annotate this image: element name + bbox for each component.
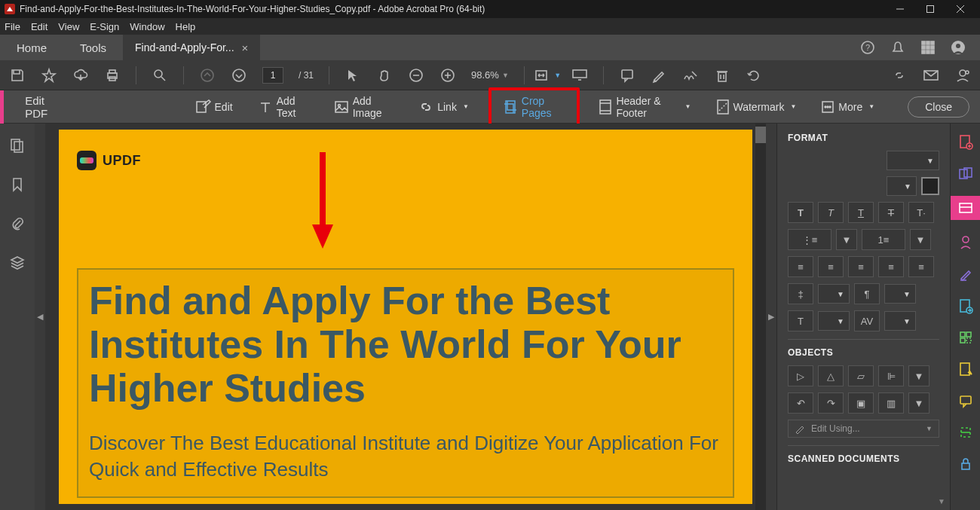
flip-horizontal-button[interactable]: ▷ (788, 365, 813, 386)
organize-pages-tool-icon[interactable] (957, 328, 975, 347)
rotate-left-button[interactable]: ↶ (788, 392, 813, 414)
align-left-button[interactable]: ≡ (788, 256, 813, 277)
close-window-button[interactable] (945, 0, 975, 18)
request-signatures-tool-icon[interactable] (957, 234, 975, 252)
menu-window[interactable]: Window (130, 21, 164, 32)
tab-document[interactable]: Find-and-Apply-For... × (123, 35, 260, 60)
edit-using-button[interactable]: Edit Using... ▼ (788, 420, 939, 438)
underline-button[interactable]: T (848, 202, 874, 223)
select-tool-icon[interactable] (345, 67, 361, 84)
flip-vertical-button[interactable]: △ (818, 365, 844, 386)
italic-button[interactable]: T (818, 202, 844, 223)
zoom-in-icon[interactable] (439, 67, 456, 84)
prev-page-arrow[interactable]: ◀ (35, 124, 45, 510)
crop-pages-button[interactable]: Crop Pages (498, 92, 571, 122)
line-spacing-button[interactable]: ‡ (788, 283, 813, 304)
save-icon[interactable] (9, 67, 26, 84)
bookmarks-icon[interactable] (9, 176, 26, 193)
font-color-swatch[interactable] (921, 177, 939, 195)
delete-icon[interactable] (714, 67, 730, 84)
bell-icon[interactable] (890, 39, 906, 56)
comment-icon[interactable] (619, 67, 635, 84)
thumbnails-icon[interactable] (9, 137, 26, 154)
letter-spacing-button[interactable]: AV (854, 310, 880, 331)
edit-button[interactable]: Edit (189, 97, 239, 117)
horizontal-scale-select[interactable]: ▼ (818, 311, 850, 331)
account-icon[interactable] (950, 39, 966, 56)
arrange-dropdown[interactable]: ▼ (908, 392, 929, 414)
font-family-select[interactable]: ▼ (887, 151, 939, 170)
zoom-level-select[interactable]: 98.6% ▼ (471, 69, 509, 81)
vertical-scrollbar[interactable] (755, 124, 766, 510)
add-image-button[interactable]: Add Image (329, 92, 400, 122)
read-mode-icon[interactable] (571, 67, 588, 84)
align-distribute-button[interactable]: ≡ (908, 256, 934, 277)
arrange-button[interactable]: ▥ (878, 392, 904, 414)
align-center-button[interactable]: ≡ (818, 256, 844, 277)
hand-tool-icon[interactable] (376, 67, 393, 84)
more-button[interactable]: More ▼ (816, 98, 880, 116)
layers-icon[interactable] (9, 255, 26, 271)
align-objects-button[interactable]: ⊫ (878, 365, 904, 386)
bullet-list-dropdown[interactable]: ▼ (836, 229, 857, 250)
search-icon[interactable] (152, 67, 168, 84)
highlight-icon[interactable] (651, 67, 667, 84)
watermark-button[interactable]: Watermark ▼ (711, 96, 803, 118)
horizontal-scale-button[interactable]: T (788, 310, 813, 331)
superscript-button[interactable]: T· (908, 202, 934, 223)
align-right-button[interactable]: ≡ (848, 256, 874, 277)
print-icon[interactable] (104, 67, 121, 84)
comment-tool-icon[interactable] (957, 392, 975, 410)
menu-view[interactable]: View (58, 21, 79, 32)
close-toolbar-button[interactable]: Close (908, 96, 969, 118)
bold-button[interactable]: T (788, 202, 813, 223)
send-comments-tool-icon[interactable] (957, 360, 975, 378)
tab-close-icon[interactable]: × (242, 41, 249, 54)
export-pdf-tool-icon[interactable] (957, 297, 975, 315)
zoom-out-icon[interactable] (408, 67, 424, 84)
rotate-right-button[interactable]: ↷ (818, 392, 844, 414)
menu-help[interactable]: Help (176, 21, 196, 32)
number-list-dropdown[interactable]: ▼ (910, 229, 931, 250)
star-icon[interactable] (41, 67, 57, 84)
fit-width-icon[interactable]: ▼ (540, 67, 556, 84)
header-footer-button[interactable]: Header & Footer ▼ (593, 92, 697, 122)
replace-image-button[interactable]: ▣ (848, 392, 874, 414)
menu-file[interactable]: File (5, 21, 20, 32)
apps-grid-icon[interactable] (920, 39, 936, 56)
protect-tool-icon[interactable] (957, 455, 975, 473)
help-icon[interactable]: ? (859, 39, 876, 56)
paragraph-spacing-button[interactable]: ¶ (854, 283, 880, 304)
combine-files-tool-icon[interactable] (957, 164, 975, 182)
link-button[interactable]: Link ▼ (413, 97, 475, 117)
attachments-icon[interactable] (9, 215, 26, 232)
menu-esign[interactable]: E-Sign (90, 21, 119, 32)
align-objects-dropdown[interactable]: ▼ (908, 365, 929, 386)
share-people-icon[interactable] (954, 67, 971, 84)
add-text-button[interactable]: Add Text (253, 92, 315, 122)
scan-ocr-tool-icon[interactable] (957, 423, 975, 441)
create-pdf-tool-icon[interactable] (957, 133, 975, 151)
rotate-icon[interactable] (746, 67, 762, 84)
page-up-icon[interactable] (199, 67, 216, 84)
page-down-icon[interactable] (231, 67, 247, 84)
email-icon[interactable] (923, 67, 939, 84)
share-link-icon[interactable] (891, 67, 908, 84)
edit-pdf-tool-icon[interactable] (951, 196, 981, 220)
font-size-select[interactable]: ▼ (887, 176, 917, 196)
scrollbar-thumb[interactable] (755, 127, 766, 143)
panel-collapse-icon[interactable]: ▼ (938, 497, 945, 505)
tab-tools[interactable]: Tools (63, 35, 123, 60)
align-justify-button[interactable]: ≡ (878, 256, 904, 277)
maximize-button[interactable] (915, 0, 945, 18)
document-viewport[interactable]: UPDF Find and Apply For the Best Institu… (45, 124, 766, 510)
bullet-list-button[interactable]: ⋮≡ (788, 229, 831, 250)
line-spacing-select[interactable]: ▼ (818, 284, 850, 304)
crop-object-button[interactable]: ▱ (848, 365, 874, 386)
strikethrough-button[interactable]: T̶ (878, 202, 904, 223)
next-page-arrow[interactable]: ▶ (766, 124, 776, 510)
paragraph-spacing-select[interactable]: ▼ (884, 284, 916, 304)
page-number-input[interactable] (262, 67, 283, 84)
cloud-sync-icon[interactable] (72, 67, 89, 84)
text-selection-box[interactable]: Find and Apply For the Best Institutes I… (77, 268, 734, 498)
